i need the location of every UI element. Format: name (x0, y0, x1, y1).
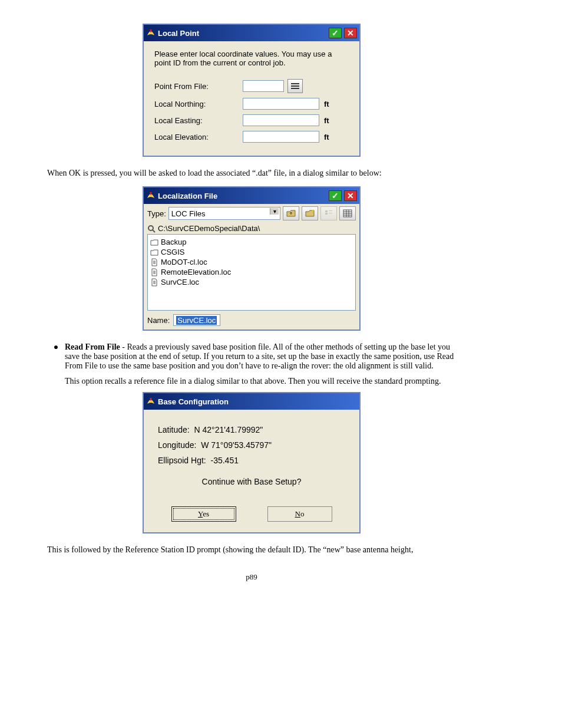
name-input-value: SurvCE.loc (176, 316, 217, 325)
file-icon (150, 258, 158, 266)
list-item[interactable]: MoDOT-cl.loc (150, 257, 353, 267)
titlebar: Base Configuration (144, 393, 359, 410)
bullet-icon: ● (47, 342, 65, 386)
svg-rect-4 (325, 213, 328, 215)
local-easting-input[interactable] (243, 114, 319, 126)
easting-unit: ft (324, 116, 329, 125)
elevation-unit: ft (324, 133, 329, 141)
app-icon (146, 191, 156, 200)
dialog-title: Localization File (158, 192, 326, 200)
svg-rect-5 (329, 210, 332, 211)
details-view-icon (343, 209, 352, 218)
list-item-label: SurvCE.loc (161, 278, 199, 286)
ellipsoid-value: -35.451 (210, 456, 238, 465)
folder-icon (150, 248, 158, 256)
magnifier-icon (147, 225, 156, 233)
details-view-button[interactable] (339, 206, 356, 220)
yes-button[interactable]: Yes (171, 506, 236, 522)
svg-rect-3 (325, 210, 328, 212)
type-dropdown[interactable]: LOC Files (168, 207, 280, 220)
point-from-file-input[interactable] (243, 80, 284, 92)
paragraph-2: This option recalls a reference file in … (65, 377, 456, 386)
file-icon (150, 268, 158, 276)
type-label: Type: (147, 209, 166, 218)
list-icon (291, 83, 299, 90)
list-view-button[interactable] (320, 206, 337, 220)
svg-rect-6 (329, 213, 332, 213)
up-folder-icon (286, 209, 296, 218)
list-item[interactable]: Backup (150, 237, 353, 247)
svg-rect-1 (291, 85, 299, 87)
app-icon (146, 28, 156, 38)
folder-icon (150, 238, 158, 246)
dialog-title: Base Configuration (158, 397, 357, 406)
list-item[interactable]: RemoteElevation.loc (150, 267, 353, 277)
ellipsoid-line: Ellipsoid Hgt: -35.451 (158, 456, 345, 465)
longitude-label: Longitude: (158, 440, 196, 450)
type-dropdown-value: LOC Files (171, 209, 206, 218)
local-elevation-label: Local Elevation: (154, 133, 243, 141)
name-input[interactable]: SurvCE.loc (173, 314, 220, 326)
local-northing-label: Local Northing: (154, 100, 243, 108)
app-icon (146, 397, 156, 406)
latitude-line: Latitude: N 42°21'41.79992" (158, 425, 345, 434)
ok-button[interactable]: ✓ (329, 28, 342, 38)
list-view-icon (324, 209, 333, 218)
local-point-dialog: Local Point ✓ ✕ Please enter local coord… (143, 24, 361, 157)
longitude-value: W 71°09'53.45797" (201, 440, 272, 450)
local-elevation-input[interactable] (243, 131, 319, 143)
svg-rect-0 (291, 83, 299, 84)
dialog-title: Local Point (158, 29, 326, 38)
latitude-label: Latitude: (158, 425, 190, 434)
new-folder-button[interactable] (302, 206, 318, 220)
bullet-body: - Reads a previously saved base position… (65, 342, 454, 370)
svg-rect-2 (291, 88, 299, 89)
file-list[interactable]: Backup CSGIS MoDOT-cl.loc RemoteElevatio… (147, 234, 356, 311)
list-item-label: Backup (161, 238, 186, 246)
cancel-button[interactable]: ✕ (344, 190, 357, 201)
name-label: Name: (147, 316, 170, 325)
list-item-label: RemoteElevation.loc (161, 268, 231, 276)
page-number: p89 (29, 572, 474, 582)
point-list-button[interactable] (287, 79, 303, 93)
bullet-text: Read From File - Reads a previously save… (65, 342, 456, 386)
northing-unit: ft (324, 100, 329, 108)
no-button[interactable]: No (267, 506, 332, 522)
instruction-text: Please enter local coordinate values. Yo… (154, 50, 349, 67)
list-item-label: MoDOT-cl.loc (161, 258, 207, 266)
titlebar: Localization File ✓ ✕ (144, 187, 359, 204)
local-northing-input[interactable] (243, 98, 319, 110)
svg-point-13 (148, 226, 153, 230)
continue-prompt: Continue with Base Setup? (158, 477, 345, 486)
local-easting-label: Local Easting: (154, 116, 243, 125)
list-item[interactable]: CSGIS (150, 247, 353, 257)
longitude-line: Longitude: W 71°09'53.45797" (158, 440, 345, 450)
list-item-label: CSGIS (161, 248, 184, 256)
paragraph-3: This is followed by the Reference Statio… (47, 545, 456, 555)
new-folder-icon (305, 209, 315, 218)
base-config-dialog: Base Configuration Latitude: N 42°21'41.… (143, 392, 361, 533)
file-icon (150, 278, 158, 286)
point-from-file-label: Point From File: (154, 82, 243, 91)
paragraph-1: When OK is pressed, you will be asked to… (47, 169, 456, 178)
cancel-button[interactable]: ✕ (344, 28, 357, 38)
bullet-heading: Read From File (65, 342, 120, 351)
latitude-value: N 42°21'41.79992" (194, 425, 263, 434)
titlebar: Local Point ✓ ✕ (144, 25, 359, 41)
current-path: C:\SurvCEDemoSpecial\Data\ (158, 224, 260, 233)
localization-file-dialog: Localization File ✓ ✕ Type: LOC Files C:… (143, 186, 361, 331)
ellipsoid-label: Ellipsoid Hgt: (158, 456, 206, 465)
ok-button[interactable]: ✓ (329, 190, 342, 201)
up-folder-button[interactable] (283, 206, 299, 220)
svg-line-14 (153, 230, 155, 232)
list-item[interactable]: SurvCE.loc (150, 277, 353, 287)
